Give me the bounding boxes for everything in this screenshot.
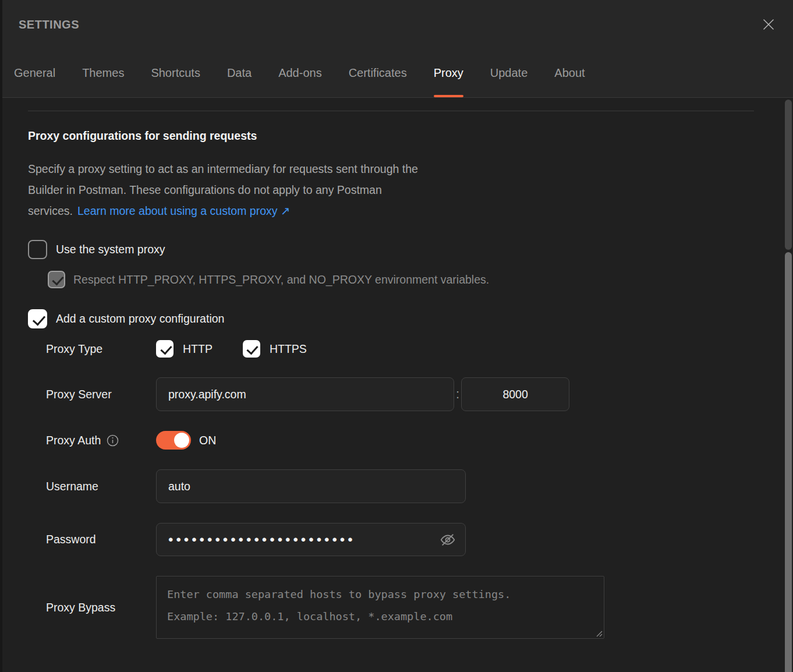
http-label[interactable]: HTTP	[183, 342, 213, 356]
respect-env-label: Respect HTTP_PROXY, HTTPS_PROXY, and NO_…	[73, 273, 489, 287]
proxy-port-input[interactable]	[461, 377, 569, 411]
system-proxy-label[interactable]: Use the system proxy	[56, 243, 165, 256]
settings-tabbar: General Themes Shortcuts Data Add-ons Ce…	[0, 49, 793, 98]
respect-env-checkbox[interactable]	[48, 271, 65, 288]
eye-off-icon	[439, 531, 456, 549]
tab-shortcuts[interactable]: Shortcuts	[151, 49, 200, 97]
system-proxy-checkbox[interactable]	[28, 240, 47, 259]
password-label: Password	[46, 533, 156, 546]
username-label: Username	[46, 480, 156, 493]
page-title: SETTINGS	[19, 18, 79, 31]
proxy-settings-panel: Proxy configurations for sending request…	[0, 111, 793, 639]
proxy-auth-state: ON	[199, 434, 216, 447]
respect-env-row: Respect HTTP_PROXY, HTTPS_PROXY, and NO_…	[48, 271, 793, 288]
tab-certificates[interactable]: Certificates	[349, 49, 407, 97]
tab-addons[interactable]: Add-ons	[278, 49, 322, 97]
https-checkbox[interactable]	[243, 340, 260, 358]
content-divider	[28, 111, 754, 111]
window-edge	[0, 0, 2, 672]
vertical-scrollbar	[784, 98, 793, 672]
tab-general[interactable]: General	[14, 49, 55, 97]
close-button[interactable]	[760, 16, 777, 33]
username-row: Username	[46, 469, 793, 503]
description-line: Builder in Postman. These configurations…	[28, 183, 382, 196]
custom-proxy-row: Add a custom proxy configuration	[28, 309, 793, 328]
tab-proxy[interactable]: Proxy	[434, 49, 463, 97]
section-description: Specify a proxy setting to act as an int…	[28, 158, 793, 221]
proxy-type-https-option: HTTPS	[243, 340, 307, 358]
tab-themes[interactable]: Themes	[82, 49, 124, 97]
proxy-auth-label: Proxy Auth	[46, 434, 101, 447]
scrollbar-segment-top[interactable]	[785, 100, 792, 250]
proxy-type-http-option: HTTP	[156, 340, 213, 358]
proxy-type-label: Proxy Type	[46, 342, 156, 356]
username-input[interactable]	[156, 469, 466, 503]
resize-handle-icon[interactable]	[596, 630, 603, 637]
host-port-separator: :	[456, 387, 459, 402]
proxy-host-input[interactable]	[156, 377, 454, 411]
password-row: Password	[46, 523, 793, 556]
proxy-auth-row: Proxy Auth ON	[46, 431, 793, 450]
scrollbar-thumb[interactable]	[785, 252, 792, 672]
section-heading: Proxy configurations for sending request…	[28, 129, 793, 143]
tab-data[interactable]: Data	[227, 49, 252, 97]
https-label[interactable]: HTTPS	[270, 342, 307, 356]
custom-proxy-form: Proxy Type HTTP HTTPS Proxy Server :	[46, 340, 793, 639]
proxy-server-label: Proxy Server	[46, 388, 156, 401]
description-line: services.	[28, 204, 73, 217]
proxy-server-row: Proxy Server :	[46, 377, 793, 411]
custom-proxy-label[interactable]: Add a custom proxy configuration	[56, 312, 224, 326]
password-input[interactable]	[156, 523, 466, 556]
toggle-knob	[174, 433, 189, 448]
custom-proxy-checkbox[interactable]	[28, 309, 47, 328]
tab-update[interactable]: Update	[490, 49, 528, 97]
proxy-auth-toggle[interactable]	[156, 431, 191, 450]
proxy-bypass-textarea[interactable]	[156, 576, 604, 639]
learn-more-link[interactable]: Learn more about using a custom proxy ↗	[77, 204, 290, 217]
http-checkbox[interactable]	[156, 340, 174, 358]
tab-about[interactable]: About	[554, 49, 585, 97]
info-icon[interactable]	[107, 434, 119, 447]
settings-header: SETTINGS	[0, 0, 793, 49]
description-line: Specify a proxy setting to act as an int…	[28, 162, 418, 175]
proxy-bypass-label: Proxy Bypass	[46, 601, 156, 614]
proxy-type-row: Proxy Type HTTP HTTPS	[46, 340, 793, 358]
close-icon	[761, 17, 776, 32]
proxy-bypass-row: Proxy Bypass	[46, 576, 793, 639]
system-proxy-row: Use the system proxy	[28, 240, 793, 259]
show-password-button[interactable]	[439, 531, 456, 549]
